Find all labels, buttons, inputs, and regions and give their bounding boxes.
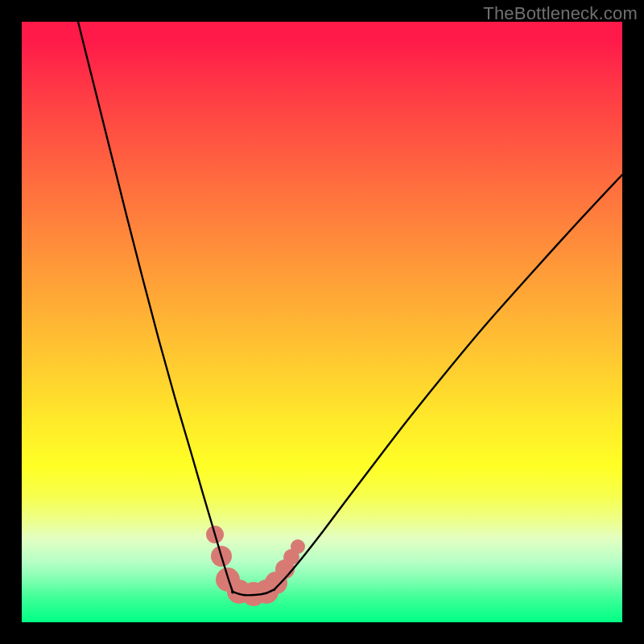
- bottleneck-curve: [78, 22, 622, 595]
- outer-frame: TheBottleneck.com: [0, 0, 644, 644]
- watermark-text: TheBottleneck.com: [483, 3, 638, 24]
- plot-area: [22, 22, 622, 622]
- marker-dot: [291, 539, 305, 554]
- chart-svg: [22, 22, 622, 622]
